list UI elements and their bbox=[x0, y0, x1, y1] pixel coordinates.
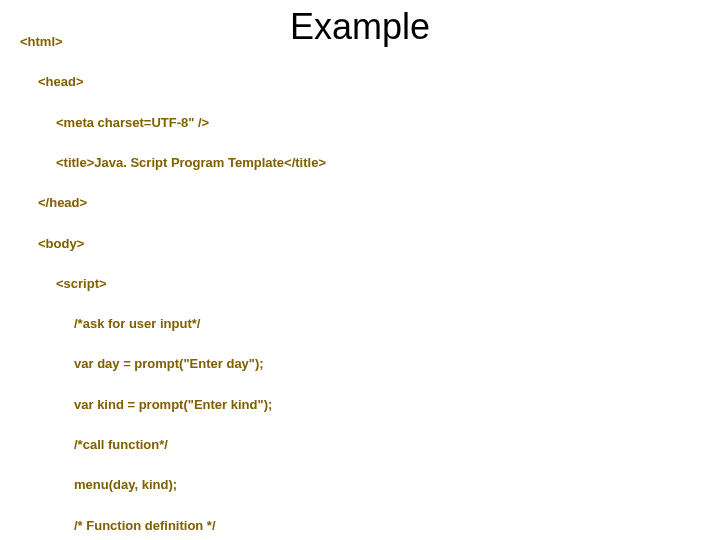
code-line: var day = prompt("Enter day"); bbox=[20, 354, 700, 374]
code-line: <head> bbox=[20, 72, 700, 92]
code-line: var kind = prompt("Enter kind"); bbox=[20, 395, 700, 415]
code-line: <body> bbox=[20, 234, 700, 254]
code-line: /*call function*/ bbox=[20, 435, 700, 455]
code-line: <script> bbox=[20, 274, 700, 294]
code-line: /*ask for user input*/ bbox=[20, 314, 700, 334]
code-line: </head> bbox=[20, 193, 700, 213]
code-line: <meta charset=UTF-8" /> bbox=[20, 113, 700, 133]
code-block: <html> <head> <meta charset=UTF-8" /> <t… bbox=[20, 12, 700, 540]
code-line: /* Function definition */ bbox=[20, 516, 700, 536]
slide-title: Example bbox=[290, 6, 430, 48]
code-line: menu(day, kind); bbox=[20, 475, 700, 495]
code-line: <title>Java. Script Program Template</ti… bbox=[20, 153, 700, 173]
